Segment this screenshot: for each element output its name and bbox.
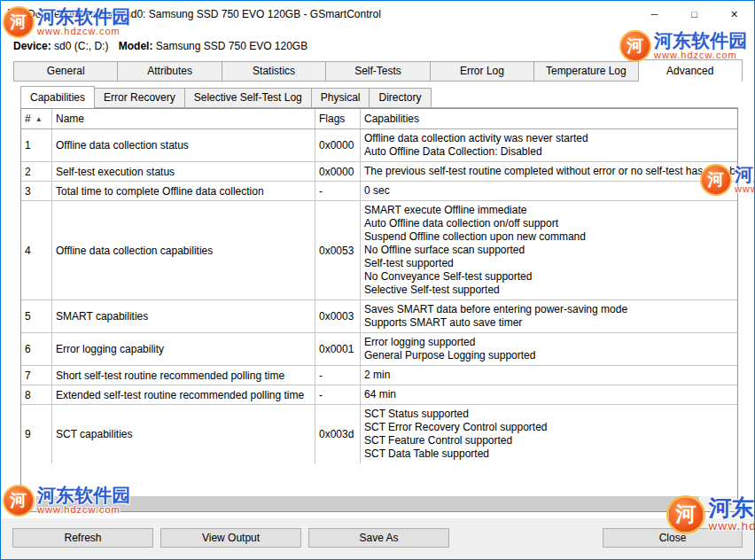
- watermark-url: www.hdzcw.com: [37, 27, 130, 37]
- cell-name: Short self-test routine recommended poll…: [52, 366, 315, 385]
- subtab-physical[interactable]: Physical: [311, 88, 370, 107]
- cell-flags: 0x0003: [315, 300, 361, 333]
- cell-name: Total time to complete Offline data coll…: [52, 182, 315, 201]
- cell-number: 4: [21, 201, 52, 300]
- cell-capabilities: Offline data collection activity was nev…: [361, 129, 738, 162]
- table-header-row: #▲ Name Flags Capabilities: [21, 109, 737, 129]
- titlebar: Device Information - sd0: Samsung SSD 75…: [1, 1, 754, 27]
- cell-capabilities: 0 sec: [361, 182, 738, 201]
- cell-name: Extended self-test routine recommended p…: [52, 385, 315, 405]
- capability-line: SCT Status supported: [364, 408, 734, 421]
- cell-number: 2: [21, 162, 52, 182]
- capability-line: SCT Error Recovery Control supported: [364, 421, 734, 434]
- capability-line: Auto Offline Data Collection: Disabled: [364, 145, 734, 159]
- capability-line: Offline data collection activity was nev…: [364, 132, 734, 145]
- app-icon: [8, 9, 21, 20]
- tab-statistics[interactable]: Statistics: [222, 61, 326, 81]
- tab-attributes[interactable]: Attributes: [117, 61, 222, 81]
- capability-line: SMART execute Offline immediate: [364, 204, 734, 217]
- tab-self-tests[interactable]: Self-Tests: [325, 61, 430, 81]
- column-header-number[interactable]: #▲: [21, 109, 52, 129]
- capability-line: Selective Self-test supported: [364, 284, 734, 297]
- subtab-capabilities[interactable]: Capabilities: [20, 86, 95, 108]
- cell-number: 7: [21, 366, 52, 385]
- capability-line: Saves SMART data before entering power-s…: [364, 303, 734, 316]
- cell-capabilities: SCT Status supportedSCT Error Recovery C…: [361, 405, 738, 464]
- scroll-right-icon[interactable]: ►: [722, 496, 737, 511]
- cell-flags: 0x0053: [315, 201, 361, 300]
- close-dialog-button[interactable]: Close: [603, 528, 743, 548]
- cell-name: Self-test execution status: [52, 162, 315, 182]
- capabilities-table: #▲ Name Flags Capabilities 1Offline data…: [20, 108, 738, 512]
- table-row[interactable]: 1Offline data collection status0x0000Off…: [21, 129, 737, 162]
- device-info-line: Device: sd0 (C:, D:) Model: Samsung SSD …: [13, 40, 307, 52]
- column-header-capabilities[interactable]: Capabilities: [361, 109, 738, 129]
- cell-number: 5: [21, 300, 52, 333]
- main-tab-bar: GeneralAttributesStatisticsSelf-TestsErr…: [13, 59, 742, 82]
- capability-line: 64 min: [364, 388, 734, 401]
- cell-capabilities: 64 min: [361, 385, 738, 405]
- gsmartcontrol-window: Device Information - sd0: Samsung SSD 75…: [0, 0, 755, 560]
- cell-number: 9: [21, 405, 52, 464]
- table-row[interactable]: 8Extended self-test routine recommended …: [21, 385, 737, 405]
- cell-number: 1: [21, 129, 52, 162]
- cell-capabilities: Error logging supportedGeneral Purpose L…: [361, 333, 738, 366]
- cell-name: Offline data collection status: [52, 129, 315, 162]
- cell-flags: -: [315, 366, 361, 385]
- subtab-directory[interactable]: Directory: [369, 88, 431, 107]
- view-output-button[interactable]: View Output: [160, 528, 301, 548]
- cell-number: 6: [21, 333, 52, 366]
- tab-general[interactable]: General: [13, 61, 118, 81]
- table-row[interactable]: 9SCT capabilities0x003dSCT Status suppor…: [21, 405, 737, 464]
- footer-button-row: Refresh View Output Save As Close: [1, 518, 754, 559]
- scrollbar-thumb[interactable]: [36, 496, 699, 511]
- close-icon[interactable]: ✕: [714, 1, 754, 27]
- capability-line: 2 min: [364, 369, 734, 382]
- tab-advanced[interactable]: Advanced: [638, 59, 743, 82]
- table-row[interactable]: 2Self-test execution status0x0000The pre…: [21, 162, 737, 182]
- capability-line: General Purpose Logging supported: [364, 349, 734, 362]
- watermark: 河 河东软件园 www.hdzcw.com: [619, 30, 747, 62]
- sub-tab-bar: CapabilitiesError RecoverySelective Self…: [20, 87, 738, 108]
- maximize-icon[interactable]: □: [674, 1, 714, 27]
- cell-name: Error logging capability: [52, 333, 315, 366]
- table-row[interactable]: 7Short self-test routine recommended pol…: [21, 366, 737, 385]
- cell-number: 8: [21, 385, 52, 405]
- sort-ascending-icon: ▲: [35, 115, 43, 123]
- tab-error-log[interactable]: Error Log: [430, 61, 534, 81]
- capability-line: 0 sec: [364, 184, 734, 198]
- cell-capabilities: Saves SMART data before entering power-s…: [361, 300, 738, 333]
- capability-line: SCT Feature Control supported: [364, 434, 734, 447]
- cell-flags: 0x0000: [315, 162, 361, 182]
- model-label: Model:: [119, 40, 153, 52]
- model-value: Samsung SSD 750 EVO 120GB: [156, 40, 307, 52]
- save-as-button[interactable]: Save As: [308, 528, 449, 548]
- minimize-icon[interactable]: ─: [634, 1, 674, 27]
- capability-line: Supports SMART auto save timer: [364, 316, 734, 330]
- capability-line: The previous self-test routine completed…: [364, 165, 734, 178]
- refresh-button[interactable]: Refresh: [12, 528, 153, 548]
- table-row[interactable]: 4Offline data collection capabilities0x0…: [21, 201, 737, 300]
- capabilities-table-body: 1Offline data collection status0x0000Off…: [21, 129, 737, 464]
- cell-flags: -: [315, 182, 361, 201]
- horizontal-scrollbar[interactable]: ◄ ►: [21, 496, 737, 511]
- table-row[interactable]: 6Error logging capability0x0001Error log…: [21, 333, 737, 366]
- tab-temperature-log[interactable]: Temperature Log: [533, 61, 638, 81]
- scroll-left-icon[interactable]: ◄: [21, 496, 36, 511]
- table-row[interactable]: 3Total time to complete Offline data col…: [21, 182, 737, 201]
- column-header-name[interactable]: Name: [52, 109, 315, 129]
- window-title: Device Information - sd0: Samsung SSD 75…: [27, 8, 634, 20]
- capability-line: No Conveyance Self-test supported: [364, 270, 734, 284]
- cell-flags: 0x0001: [315, 333, 361, 366]
- cell-capabilities: SMART execute Offline immediateAuto Offl…: [361, 201, 738, 300]
- cell-name: Offline data collection capabilities: [52, 201, 315, 300]
- subtab-selective-self-test-log[interactable]: Selective Self-Test Log: [184, 88, 312, 107]
- table-row[interactable]: 5SMART capabilities0x0003Saves SMART dat…: [21, 300, 737, 333]
- capability-line: SCT Data Table supported: [364, 447, 734, 461]
- cell-number: 3: [21, 182, 52, 201]
- column-header-flags[interactable]: Flags: [315, 109, 361, 129]
- watermark-logo-icon: 河: [619, 30, 651, 62]
- cell-capabilities: The previous self-test routine completed…: [361, 162, 738, 182]
- subtab-error-recovery[interactable]: Error Recovery: [94, 88, 185, 107]
- cell-flags: -: [315, 385, 361, 405]
